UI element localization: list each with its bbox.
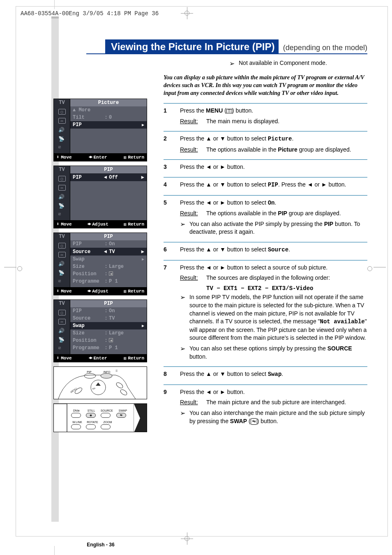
source-button-label: SOURCE: [100, 409, 114, 412]
move-hint: Move: [56, 288, 72, 294]
arrow-left-icon: ◄: [104, 175, 107, 180]
osd-title: Picture: [70, 99, 147, 106]
swap-button: ⇆: [116, 413, 126, 418]
menu-button-icon: ☰: [226, 109, 232, 113]
step-instruction: Press the ◄ or ► button.: [180, 163, 367, 171]
arrow-right-icon: ▶: [141, 249, 144, 255]
size-value: Large: [108, 330, 144, 336]
osd-title: PIP: [70, 300, 147, 307]
svg-point-0: [84, 373, 96, 378]
crop-circle-right: [367, 266, 372, 271]
result-row: Result:The options available in the PIP …: [180, 210, 367, 218]
osd-title: PIP: [70, 166, 147, 173]
source-button: [101, 413, 111, 418]
note-text: In some PIP TV models, the PIP function …: [189, 293, 367, 342]
step-body: Press the ◄ or ► button to select a sour…: [180, 264, 367, 364]
page-title-row: Viewing the Picture In Picture (PIP) (de…: [86, 41, 367, 54]
note-row: ➢In some PIP TV models, the PIP function…: [180, 293, 367, 342]
step-body: Press the ▲ or ▼ button to select Source…: [180, 246, 367, 257]
enter-hint: Enter: [88, 355, 107, 361]
header-meta: AA68-03554A-00Eng 3/9/05 4:18 PM Page 36: [21, 10, 159, 17]
move-hint: Move: [56, 154, 72, 160]
wlink-button-label: W.LINK: [71, 420, 83, 424]
arrow-right-icon: ▶: [142, 122, 144, 127]
osd-picture-menu: TV Picture ▢ ▭ 🔊 📡 ⎚ ▲ More Tilt:0 PIP▶: [53, 99, 147, 161]
still-button: ◉: [86, 413, 96, 418]
result-text: The main picture and the sub picture are…: [206, 398, 346, 407]
osd-pip-source-menu: TV PIP ▢ ▭ 🔊 📡 ⎚ PIP:On Source◄TV▶ Swap▶: [53, 233, 147, 295]
crop-circle-left: [17, 266, 22, 271]
page-footer: English - 36: [53, 542, 148, 548]
setup-icon: ⎚: [58, 346, 66, 352]
step-number: 8: [164, 370, 171, 381]
step-body: Press the ▲ or ▼ button to select Swap.: [180, 370, 367, 381]
dnie-button: [71, 413, 81, 418]
osd-pip-swap-menu: TV PIP ▢ ▭ 🔊 📡 ⎚ PIP:On Source:TV Swap▶: [53, 299, 147, 362]
arrow-right-icon: ▶: [142, 323, 144, 328]
size-value: Large: [108, 264, 144, 269]
step-instruction: Press the ▲ or ▼ button to select Pictur…: [180, 135, 367, 143]
picture-icon: ▢: [58, 310, 66, 315]
move-hint: Move: [56, 221, 72, 227]
position-label: Position: [73, 271, 104, 277]
wlink-button: [71, 424, 81, 429]
note-text: You can also interchange the main pictur…: [189, 409, 367, 425]
osd-tv-label: TV: [54, 166, 70, 173]
step: 9Press the ◄ or ► button.Result:The main…: [164, 385, 367, 431]
step-instruction: Press the ◄ or ► button.: [180, 388, 367, 396]
step-body: Press the MENU (☰) button.Result:The mai…: [180, 107, 367, 128]
swap-label: Swap: [73, 323, 104, 329]
arrow-right-icon: ▶: [141, 174, 144, 180]
sound-icon: 🔊: [58, 194, 66, 200]
remote-illustration-pip: PIP INFO ∧P MENU ☰: [53, 366, 147, 399]
swap-button-label: SWAP: [117, 409, 129, 412]
enter-hint: Enter: [88, 154, 107, 160]
step-body: Press the ◄ or ► button.Result:The main …: [180, 388, 367, 428]
svg-marker-3: [96, 382, 101, 386]
position-label: Position: [73, 338, 104, 343]
programme-label: Programme: [73, 345, 104, 351]
sound-icon: 🔊: [58, 261, 66, 267]
screen-icon: ▭: [58, 185, 66, 191]
channel-icon: 📡: [58, 136, 66, 142]
note-text: You can also activate the PIP simply by …: [189, 220, 367, 236]
crop-mark-right: [374, 267, 386, 267]
setup-icon: ⎚: [58, 145, 66, 151]
osd-icon-column: ▢ ▭ 🔊 📡 ⎚: [54, 106, 70, 153]
osd-icon-column: ▢ ▭ 🔊 📡 ⎚: [54, 173, 70, 220]
svg-point-1: [101, 373, 112, 378]
step-body: Press the ◄ or ► button.: [180, 163, 367, 174]
result-label: Result:: [180, 146, 201, 154]
crop-tick: [54, 0, 55, 9]
pip-label: PIP: [73, 308, 104, 314]
osd-tv-label: TV: [54, 300, 70, 307]
svg-text:∧P: ∧P: [92, 387, 95, 390]
step: 7Press the ◄ or ► button to select a sou…: [164, 260, 367, 367]
arrow-right-icon: ▶: [142, 257, 144, 262]
osd-tv-label: TV: [54, 233, 70, 240]
pointer-icon: ➢: [180, 345, 185, 361]
return-hint: Return: [124, 154, 144, 160]
page-title-suffix: (depending on the model): [283, 44, 367, 52]
picture-icon: ▢: [58, 109, 66, 115]
rotate-button-label: ROTATE: [86, 420, 99, 424]
pointer-icon: ➢: [180, 220, 185, 236]
arrow-left-icon: ◄: [104, 249, 107, 255]
screen-icon: ▭: [58, 319, 66, 325]
step: 1Press the MENU (☰) button.Result:The ma…: [164, 103, 367, 131]
step-number: 9: [164, 388, 171, 428]
pip-row: PIP: [73, 122, 104, 128]
source-value: TV: [108, 249, 141, 255]
pointer-icon: ➢: [180, 409, 185, 425]
step-instruction: Press the ▲ or ▼ button to select PIP. P…: [180, 181, 367, 189]
adjust-hint: Adjust: [87, 288, 108, 294]
result-row: Result:The main picture and the sub pict…: [180, 398, 367, 407]
step: 4Press the ▲ or ▼ button to select PIP. …: [164, 177, 367, 195]
osd-tv-label: TV: [54, 99, 70, 106]
step-number: 4: [164, 181, 171, 192]
top-note: ➢ Not available in Component mode.: [229, 59, 367, 68]
swap-button-icon: ⇆: [251, 418, 257, 425]
step-body: Press the ▲ or ▼ button to select PIP. P…: [180, 181, 367, 192]
move-hint: Move: [56, 355, 72, 361]
note-text: You can also set these options simply by…: [189, 345, 367, 361]
